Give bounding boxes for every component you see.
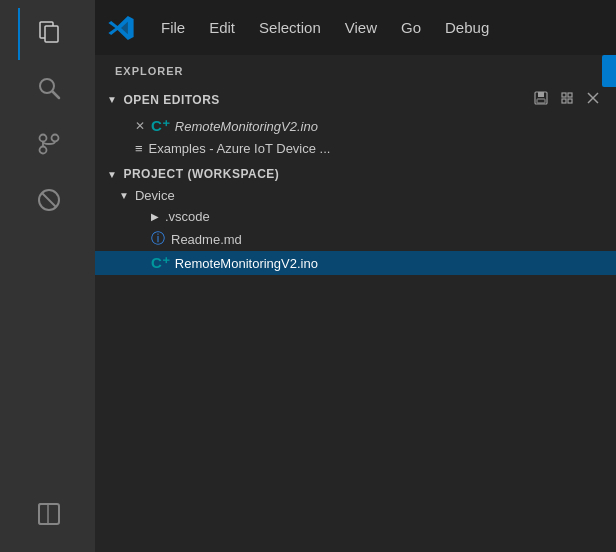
activity-bar — [0, 0, 95, 552]
save-all-button[interactable] — [530, 89, 552, 110]
svg-point-6 — [51, 135, 58, 142]
activity-bar-remote[interactable] — [18, 490, 78, 542]
open-editors-header-left: ▼ OPEN EDITORS — [107, 93, 220, 107]
open-editors-actions — [530, 89, 604, 110]
project-header-left: ▼ PROJECT (WORKSPACE) — [107, 167, 279, 181]
explorer-title: EXPLORER — [95, 55, 616, 85]
activity-bar-extensions[interactable] — [18, 176, 78, 228]
device-folder-label: Device — [135, 188, 175, 203]
menu-edit[interactable]: Edit — [199, 15, 245, 40]
vscode-folder-label: .vscode — [165, 209, 210, 224]
close-file-icon[interactable]: ✕ — [135, 119, 145, 133]
remote-monitoring-filename: RemoteMonitoringV2.ino — [175, 256, 318, 271]
info-icon: ⓘ — [151, 230, 165, 248]
menu-debug[interactable]: Debug — [435, 15, 499, 40]
project-section-header[interactable]: ▼ PROJECT (WORKSPACE) — [95, 163, 616, 185]
activity-bar-source-control[interactable] — [18, 120, 78, 172]
close-all-editors-button[interactable] — [556, 89, 578, 110]
arduino-file-icon-2: C⁺ — [151, 254, 170, 272]
explorer-icon — [35, 18, 63, 50]
activity-bar-search[interactable] — [18, 64, 78, 116]
arduino-file-icon-1: C⁺ — [151, 117, 170, 135]
menu-bar: File Edit Selection View Go Debug — [95, 0, 616, 55]
svg-rect-13 — [538, 92, 544, 97]
svg-rect-14 — [537, 99, 545, 103]
readme-filename: Readme.md — [171, 232, 242, 247]
svg-rect-11 — [39, 504, 48, 524]
list-icon: ≡ — [135, 141, 143, 156]
svg-rect-18 — [568, 99, 572, 103]
vscode-folder[interactable]: ▶ .vscode — [95, 206, 616, 227]
svg-point-5 — [39, 147, 46, 154]
open-editor-file-2[interactable]: ≡ Examples - Azure IoT Device ... — [95, 138, 616, 159]
remote-monitoring-file[interactable]: C⁺ RemoteMonitoringV2.ino — [95, 251, 616, 275]
svg-line-3 — [52, 92, 59, 99]
open-editors-section-header[interactable]: ▼ OPEN EDITORS — [95, 85, 616, 114]
svg-rect-10 — [39, 504, 59, 524]
menu-selection[interactable]: Selection — [249, 15, 331, 40]
activity-bar-explorer[interactable] — [18, 8, 78, 60]
vscode-folder-triangle: ▶ — [151, 211, 159, 222]
svg-rect-15 — [562, 93, 566, 97]
open-editor-file-1[interactable]: ✕ C⁺ RemoteMonitoringV2.ino — [95, 114, 616, 138]
svg-line-9 — [42, 193, 56, 207]
open-editor-filename-1: RemoteMonitoringV2.ino — [175, 119, 318, 134]
svg-rect-1 — [45, 26, 58, 42]
svg-rect-16 — [568, 93, 572, 97]
menu-view[interactable]: View — [335, 15, 387, 40]
menu-file[interactable]: File — [151, 15, 195, 40]
readme-file[interactable]: ⓘ Readme.md — [95, 227, 616, 251]
open-editors-triangle: ▼ — [107, 94, 117, 105]
menu-go[interactable]: Go — [391, 15, 431, 40]
vscode-logo — [103, 10, 139, 46]
right-indicator — [602, 55, 616, 87]
source-control-icon — [36, 131, 62, 161]
project-triangle: ▼ — [107, 169, 117, 180]
search-icon — [36, 75, 62, 105]
close-editors-button[interactable] — [582, 89, 604, 110]
open-editors-label: OPEN EDITORS — [123, 93, 219, 107]
no-sign-icon — [36, 187, 62, 217]
project-device-folder[interactable]: ▼ Device — [95, 185, 616, 206]
open-editor-filename-2: Examples - Azure IoT Device ... — [149, 141, 331, 156]
layout-icon — [36, 501, 62, 531]
device-folder-triangle: ▼ — [119, 190, 129, 201]
svg-point-4 — [39, 135, 46, 142]
svg-rect-17 — [562, 99, 566, 103]
main-area: File Edit Selection View Go Debug EXPLOR… — [95, 0, 616, 552]
sidebar-explorer: EXPLORER ▼ OPEN EDITORS — [95, 55, 616, 552]
project-label: PROJECT (WORKSPACE) — [123, 167, 279, 181]
